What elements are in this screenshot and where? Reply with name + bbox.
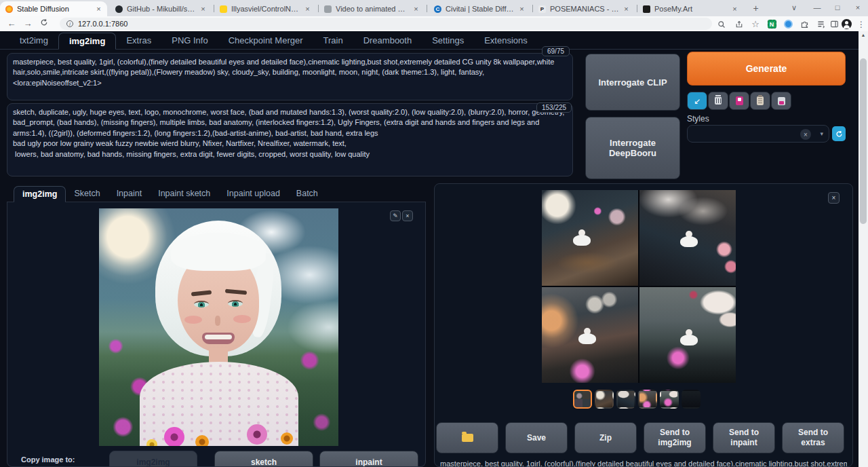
browser-tab-controlnet[interactable]: Illyasviel/ControlNet at main × bbox=[214, 1, 316, 16]
share-icon[interactable] bbox=[734, 19, 745, 29]
gallery-selected-image-grid[interactable] bbox=[542, 190, 736, 383]
address-bar[interactable]: i 127.0.0.1:7860 bbox=[60, 18, 712, 30]
tab-extensions[interactable]: Extensions bbox=[474, 33, 538, 50]
output-gallery: × Save Zip Send to img2img Send bbox=[434, 183, 853, 467]
tab-close-icon[interactable]: × bbox=[622, 5, 631, 13]
zip-button[interactable]: Zip bbox=[574, 422, 637, 453]
save-style-button[interactable] bbox=[771, 92, 791, 110]
img2img-source-image-area[interactable]: ✎ × Copy image to: img2img sketch inpain… bbox=[7, 202, 426, 467]
scrollbar-thumb[interactable] bbox=[860, 58, 867, 224]
edit-image-icon[interactable]: ✎ bbox=[390, 210, 401, 221]
reading-list-icon[interactable] bbox=[815, 19, 826, 29]
mode-tab-img2img[interactable]: img2img bbox=[14, 186, 66, 202]
clear-prompt-button[interactable] bbox=[708, 92, 728, 110]
forward-icon[interactable]: → bbox=[22, 18, 34, 29]
thumbnail-5[interactable] bbox=[660, 390, 679, 409]
prompt-token-counter: 69/75 bbox=[542, 46, 570, 56]
tab-title: Video to animated GIF converter bbox=[336, 5, 409, 13]
browser-tab-stable-diffusion[interactable]: Stable Diffusion × bbox=[0, 1, 107, 16]
tab-close-icon[interactable]: × bbox=[412, 5, 420, 13]
profile-avatar[interactable] bbox=[841, 19, 852, 29]
github-favicon bbox=[115, 5, 123, 13]
window-close-button[interactable]: × bbox=[852, 1, 864, 14]
negative-prompt-input[interactable]: sketch, duplicate, ugly, huge eyes, text… bbox=[7, 103, 573, 176]
extension-n-icon[interactable]: N bbox=[766, 19, 777, 29]
tab-close-icon[interactable]: × bbox=[94, 5, 103, 13]
reload-icon[interactable] bbox=[38, 18, 50, 29]
tab-txt2img[interactable]: txt2img bbox=[9, 33, 58, 50]
browser-tab-github[interactable]: GitHub - Mikubill/sd-webui-con × bbox=[110, 1, 212, 16]
tab-close-icon[interactable]: × bbox=[517, 5, 526, 13]
browser-tab-posemaniacs[interactable]: P POSEMANIACS - Royalty free 3 × bbox=[533, 1, 635, 16]
paste-params-button[interactable]: ↙ bbox=[687, 92, 707, 110]
mode-tab-batch[interactable]: Batch bbox=[288, 186, 326, 202]
thumbnail-3[interactable] bbox=[616, 390, 635, 409]
browser-tab-posemyart[interactable]: PoseMy.Art × bbox=[637, 1, 743, 16]
tab-title: Stable Diffusion bbox=[17, 5, 92, 13]
tab-close-icon[interactable]: × bbox=[730, 5, 739, 13]
mode-tab-inpaint-upload[interactable]: Inpaint upload bbox=[218, 186, 288, 202]
back-icon[interactable]: ← bbox=[5, 18, 18, 29]
mode-tab-inpaint[interactable]: Inpaint bbox=[108, 186, 151, 202]
refresh-styles-button[interactable] bbox=[832, 126, 846, 141]
extra-networks-button[interactable] bbox=[729, 92, 749, 110]
window-maximize-button[interactable]: □ bbox=[831, 1, 844, 14]
posemyart-favicon bbox=[643, 5, 650, 13]
clear-styles-icon[interactable]: × bbox=[800, 129, 811, 140]
prompt-input[interactable]: masterpiece, best quality, 1girl, (color… bbox=[7, 53, 573, 100]
open-folder-button[interactable] bbox=[436, 422, 498, 453]
grid-image-1[interactable] bbox=[542, 190, 638, 286]
extension-blue-icon[interactable] bbox=[783, 19, 793, 29]
tab-train[interactable]: Train bbox=[313, 33, 353, 50]
grid-image-4[interactable] bbox=[639, 287, 736, 383]
styles-dropdown[interactable]: × ▾ bbox=[687, 125, 829, 143]
copy-to-sketch-button[interactable]: sketch bbox=[214, 451, 313, 467]
send-to-extras-button[interactable]: Send to extras bbox=[782, 422, 844, 453]
send-to-inpaint-button[interactable]: Send to inpaint bbox=[713, 422, 775, 453]
copy-to-inpaint-button[interactable]: inpaint bbox=[319, 451, 418, 467]
tab-extras[interactable]: Extras bbox=[116, 33, 161, 50]
extensions-puzzle-icon[interactable] bbox=[799, 19, 810, 29]
tab-checkpoint-merger[interactable]: Checkpoint Merger bbox=[218, 33, 313, 50]
thumbnail-1[interactable] bbox=[573, 390, 592, 409]
site-info-icon[interactable]: i bbox=[66, 20, 73, 27]
flower bbox=[164, 427, 184, 446]
tab-close-icon[interactable]: × bbox=[303, 5, 312, 13]
tab-close-icon[interactable]: × bbox=[199, 5, 208, 13]
apply-styles-button[interactable] bbox=[750, 92, 770, 110]
tab-settings[interactable]: Settings bbox=[422, 33, 474, 50]
card-icon bbox=[736, 96, 743, 105]
browser-tab-gif-converter[interactable]: Video to animated GIF converter × bbox=[319, 1, 425, 16]
tab-search-icon[interactable]: ∨ bbox=[788, 1, 800, 14]
mode-tab-inpaint-sketch[interactable]: Inpaint sketch bbox=[150, 186, 218, 202]
tab-dreambooth[interactable]: Dreambooth bbox=[353, 33, 422, 50]
grid-image-2[interactable] bbox=[639, 190, 736, 286]
bookmark-star-icon[interactable]: ☆ bbox=[750, 19, 761, 29]
url-text[interactable]: 127.0.0.1:7860 bbox=[78, 20, 127, 28]
scrollbar-up-icon[interactable]: ▲ bbox=[859, 33, 868, 37]
thumbnail-2[interactable] bbox=[595, 390, 614, 409]
interrogate-clip-button[interactable]: Interrogate CLIP bbox=[585, 54, 680, 111]
copy-image-to-label: Copy image to: bbox=[21, 455, 75, 464]
browser-tab-civitai[interactable]: C Civitai | Stable Diffusion model × bbox=[429, 1, 530, 16]
mode-tab-sketch[interactable]: Sketch bbox=[66, 186, 108, 202]
thumbnail-6[interactable] bbox=[682, 390, 701, 409]
tab-png-info[interactable]: PNG Info bbox=[161, 33, 218, 50]
page-scrollbar[interactable]: ▲ bbox=[859, 31, 868, 467]
side-panel-icon[interactable] bbox=[829, 19, 840, 29]
remove-image-icon[interactable]: × bbox=[402, 210, 413, 221]
interrogate-deepbooru-button[interactable]: Interrogate DeepBooru bbox=[585, 117, 680, 179]
chevron-down-icon[interactable]: ▾ bbox=[820, 130, 823, 137]
source-image-portrait[interactable] bbox=[99, 208, 338, 446]
tab-img2img[interactable]: img2img bbox=[58, 33, 116, 50]
grid-image-3[interactable] bbox=[542, 287, 638, 383]
thumbnail-4[interactable] bbox=[638, 390, 657, 409]
new-tab-button[interactable]: + bbox=[750, 3, 762, 14]
browser-menu-kebab-icon[interactable]: ⋮ bbox=[856, 19, 867, 29]
window-minimize-button[interactable]: — bbox=[811, 1, 823, 14]
zoom-icon[interactable] bbox=[716, 19, 727, 29]
save-button[interactable]: Save bbox=[505, 422, 568, 453]
generate-button[interactable]: Generate bbox=[687, 52, 846, 86]
gallery-close-icon[interactable]: × bbox=[828, 192, 840, 204]
send-to-img2img-button[interactable]: Send to img2img bbox=[644, 422, 706, 453]
